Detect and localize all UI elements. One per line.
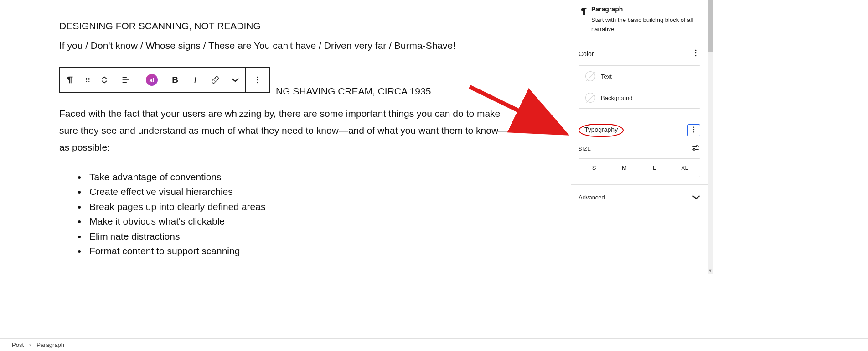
paragraph-icon xyxy=(579,5,591,33)
list-item[interactable]: Create effective visual hierarchies xyxy=(87,184,511,199)
link-icon xyxy=(210,75,220,85)
more-format-button[interactable] xyxy=(225,68,245,92)
italic-button[interactable]: I xyxy=(185,68,205,92)
breadcrumb: Post › Paragraph xyxy=(0,338,868,351)
svg-point-15 xyxy=(693,131,694,132)
color-options-button[interactable] xyxy=(691,48,700,59)
block-options-button[interactable] xyxy=(246,68,269,92)
paragraph-icon xyxy=(65,75,75,85)
size-segmented-control: S M L XL xyxy=(579,158,700,177)
block-title: Paragraph xyxy=(591,5,700,13)
svg-point-11 xyxy=(695,52,697,54)
kebab-icon xyxy=(253,75,262,84)
svg-point-4 xyxy=(88,79,89,80)
block-toolbar: ai B I xyxy=(59,67,270,93)
svg-point-6 xyxy=(257,77,258,78)
advanced-panel-toggle[interactable]: Advanced xyxy=(571,185,708,210)
move-up-down-button[interactable] xyxy=(96,68,113,92)
svg-point-8 xyxy=(257,82,258,84)
typography-options-button[interactable] xyxy=(687,124,700,136)
typography-title: Typography xyxy=(584,126,618,133)
bullet-list[interactable]: Take advantage of conventions Create eff… xyxy=(87,170,511,258)
editor-canvas[interactable]: DESIGNING FOR SCANNING, NOT READING If y… xyxy=(0,0,570,338)
size-s-button[interactable]: S xyxy=(579,159,609,177)
text-color-label: Text xyxy=(601,73,612,80)
list-item[interactable]: Format content to support scanning xyxy=(87,244,511,258)
scrollbar-thumb[interactable] xyxy=(708,0,713,52)
list-item[interactable]: Make it obvious what's clickable xyxy=(87,214,511,229)
background-color-button[interactable]: Background xyxy=(579,87,700,108)
content-heading[interactable]: DESIGNING FOR SCANNING, NOT READING xyxy=(59,18,511,34)
annotation-circle: Typography xyxy=(579,124,624,137)
editor-scrollbar[interactable]: ▼ xyxy=(708,0,713,274)
swatch-empty-icon xyxy=(585,93,595,103)
svg-point-12 xyxy=(695,55,697,57)
size-m-button[interactable]: M xyxy=(609,159,639,177)
color-panel: Color Text Background xyxy=(571,41,708,116)
settings-sidebar: Paragraph Start with the basic building … xyxy=(571,0,708,338)
block-description: Start with the basic building block of a… xyxy=(591,16,700,33)
body-paragraph[interactable]: Faced with the fact that your users are … xyxy=(59,105,511,156)
color-panel-title: Color xyxy=(579,50,594,58)
content-verse[interactable]: If you / Don't know / Whose signs / Thes… xyxy=(59,37,511,55)
svg-point-7 xyxy=(257,79,258,81)
list-item[interactable]: Take advantage of conventions xyxy=(87,170,511,184)
svg-point-1 xyxy=(86,79,87,80)
sliders-icon xyxy=(691,143,700,152)
swatch-empty-icon xyxy=(585,71,595,81)
align-left-icon xyxy=(121,75,131,85)
link-button[interactable] xyxy=(205,68,225,92)
background-color-label: Background xyxy=(601,94,632,101)
size-label: SIZE xyxy=(579,146,591,152)
image-caption-partial[interactable]: NG SHAVING CREAM, CIRCA 1935 xyxy=(276,86,431,97)
bold-button[interactable]: B xyxy=(165,68,185,92)
list-item[interactable]: Break pages up into clearly defined area… xyxy=(87,199,511,214)
svg-point-10 xyxy=(695,50,697,51)
text-color-button[interactable]: Text xyxy=(579,66,700,87)
svg-point-13 xyxy=(693,127,694,128)
svg-point-2 xyxy=(86,81,87,82)
size-l-button[interactable]: L xyxy=(640,159,670,177)
advanced-label: Advanced xyxy=(579,194,605,201)
block-info-panel: Paragraph Start with the basic building … xyxy=(571,0,708,41)
svg-point-3 xyxy=(88,78,89,79)
size-settings-button[interactable] xyxy=(691,143,700,154)
drag-icon xyxy=(84,76,92,84)
list-item[interactable]: Eliminate distractions xyxy=(87,229,511,244)
kebab-icon xyxy=(690,126,698,134)
svg-point-5 xyxy=(88,81,89,82)
svg-point-0 xyxy=(86,78,87,79)
chevron-down-icon xyxy=(231,76,239,84)
svg-rect-17 xyxy=(693,149,695,150)
breadcrumb-separator: › xyxy=(29,341,31,348)
ai-assist-button[interactable]: ai xyxy=(139,68,165,92)
size-xl-button[interactable]: XL xyxy=(670,159,700,177)
block-type-paragraph-button[interactable] xyxy=(60,68,80,92)
kebab-icon xyxy=(691,48,700,58)
align-button[interactable] xyxy=(113,68,139,92)
drag-handle-button[interactable] xyxy=(80,68,96,92)
scroll-down-icon[interactable]: ▼ xyxy=(708,267,713,274)
svg-point-14 xyxy=(693,129,694,130)
breadcrumb-root[interactable]: Post xyxy=(12,341,24,348)
ai-icon: ai xyxy=(146,74,158,86)
svg-rect-16 xyxy=(697,146,698,147)
breadcrumb-current[interactable]: Paragraph xyxy=(36,341,64,348)
chevron-down-icon xyxy=(692,193,700,201)
typography-panel: Typography SIZE S M L XL xyxy=(571,116,708,185)
chevron-down-icon xyxy=(101,79,108,84)
